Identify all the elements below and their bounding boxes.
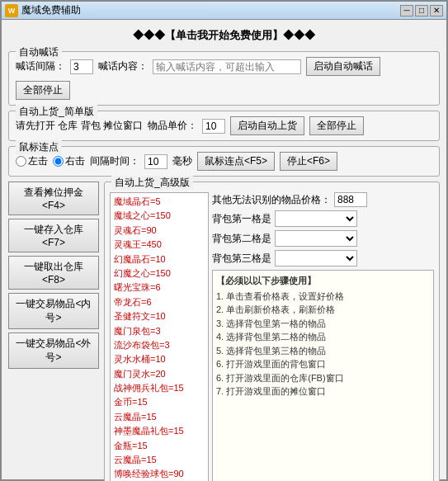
mouse-click-label: 鼠标连点 <box>16 140 62 154</box>
list-item: 灵水水桶=10 <box>112 352 206 366</box>
window-title: 魔域免费辅助 <box>21 3 400 17</box>
price-label: 物品单价： <box>148 119 197 133</box>
list-item: 幻魔晶石=10 <box>112 252 206 266</box>
instruction-8: 7. 打开游戏里面的摊位窗口 <box>216 384 430 398</box>
start-click-button[interactable]: 鼠标连点<F5> <box>197 152 275 171</box>
bag-slot1-row: 背包第一格是 <box>212 210 434 227</box>
list-item: 战神佣兵礼包=15 <box>112 381 206 395</box>
right-click-option[interactable]: 右击 <box>53 154 85 168</box>
instruction-3: 3. 选择背包里第一格的物品 <box>216 317 430 331</box>
left-click-label: 左击 <box>28 154 48 168</box>
list-item: 曙光宝珠=6 <box>112 281 206 295</box>
close-button[interactable]: ✕ <box>430 5 443 17</box>
instruction-1: 1. 单击查看价格表，设置好价格 <box>216 290 430 304</box>
instruction-5: 5. 选择背包里第三格的物品 <box>216 344 430 358</box>
content-area: ◆◆◆【单击我开始免费使用】◆◆◆ 自动喊话 喊话间隔： 喊话内容： 启动自动喊… <box>2 20 446 481</box>
stop-click-button[interactable]: 停止<F6> <box>280 152 337 171</box>
auto-shout-row: 喊话间隔： 喊话内容： 启动自动喊话 全部停止 <box>16 57 432 100</box>
bag-slot1-select[interactable] <box>275 210 357 227</box>
start-shelf-simple-button[interactable]: 启动自动上货 <box>230 116 304 135</box>
list-item: 神墨魔晶礼包=15 <box>112 424 206 438</box>
left-click-radio[interactable] <box>16 156 26 167</box>
maximize-button[interactable]: □ <box>415 5 428 17</box>
list-item: 金瓶=15 <box>112 439 206 453</box>
interval-label: 喊话间隔： <box>16 59 65 73</box>
list-item: 圣健符文=10 <box>112 309 206 323</box>
bag-slot3-row: 背包第三格是 <box>212 250 434 266</box>
right-click-label: 右击 <box>65 154 85 168</box>
list-item: 金币=15 <box>112 395 206 409</box>
auto-shelf-label: 自动上货_简单版 <box>16 105 97 119</box>
shelf-hint: 请先打开 仓库 背包 摊位窗口 <box>16 119 143 133</box>
view-deposit-button[interactable]: 查看摊位押金<F4> <box>8 182 99 215</box>
list-item: 幻魔之心=150 <box>112 266 206 281</box>
start-shout-button[interactable]: 启动自动喊话 <box>306 57 380 76</box>
mouse-click-group: 鼠标连点 左击 右击 间隔时间： 毫秒 鼠标连点<F5> 停止<F6> <box>8 146 440 177</box>
instruction-6: 6. 打开游戏里面的背包窗口 <box>216 357 430 371</box>
left-panel: 查看摊位押金<F4> 一键存入仓库<F7> 一键取出仓库<F8> 一键交易物品<… <box>8 182 99 481</box>
main-window: W 魔域免费辅助 ─ □ ✕ ◆◆◆【单击我开始免费使用】◆◆◆ 自动喊话 喊话… <box>0 0 448 481</box>
instruction-4: 4. 选择背包里第二格的物品 <box>216 330 430 344</box>
advanced-content: 魔域晶石=5 魔域之心=150 灵魂石=90 灵魂王=450 幻魔晶石=10 幻… <box>105 182 439 481</box>
content-label: 喊话内容： <box>98 59 148 73</box>
right-config: 其他无法识别的物品价格： 背包第一格是 背包第二格是 <box>212 192 434 481</box>
shout-content-input[interactable] <box>153 59 301 74</box>
price-input[interactable] <box>202 119 225 134</box>
list-item: 灵魂王=450 <box>112 238 206 252</box>
interval-input[interactable] <box>70 59 93 74</box>
auto-shelf-group: 自动上货_简单版 请先打开 仓库 背包 摊位窗口 物品单价： 启动自动上货 全部… <box>8 111 440 141</box>
bag-slot2-label: 背包第二格是 <box>212 232 271 246</box>
stop-shout-button[interactable]: 全部停止 <box>16 81 70 100</box>
list-item: 流沙布袋包=3 <box>112 338 206 352</box>
click-interval-label: 间隔时间： <box>90 154 139 168</box>
minimize-button[interactable]: ─ <box>400 5 413 17</box>
click-interval-input[interactable] <box>144 154 167 169</box>
list-item: 魔门灵水=20 <box>112 367 206 381</box>
mouse-click-row: 左击 右击 间隔时间： 毫秒 鼠标连点<F5> 停止<F6> <box>16 152 432 171</box>
list-item: 魔域之心=150 <box>112 209 206 223</box>
main-area: 查看摊位押金<F4> 一键存入仓库<F7> 一键取出仓库<F8> 一键交易物品<… <box>8 182 440 481</box>
bag-slot1-label: 背包第一格是 <box>212 212 271 226</box>
trade-outer-button[interactable]: 一键交易物品<外号> <box>8 332 99 369</box>
instructions-box: 【必须以以下步骤使用】 1. 单击查看价格表，设置好价格 2. 单击刷新价格表，… <box>212 270 434 481</box>
auto-shout-group: 自动喊话 喊话间隔： 喊话内容： 启动自动喊话 全部停止 <box>8 51 440 106</box>
title-bar: W 魔域免费辅助 ─ □ ✕ <box>2 2 446 20</box>
instruction-7: 6. 打开游戏里面的仓库(FB)窗口 <box>216 371 430 385</box>
item-list[interactable]: 魔域晶石=5 魔域之心=150 灵魂石=90 灵魂王=450 幻魔晶石=10 幻… <box>110 192 209 481</box>
instructions-title: 【必须以以下步骤使用】 <box>216 274 430 288</box>
list-item: 云魔晶=15 <box>112 453 206 467</box>
advanced-label: 自动上货_高级版 <box>111 176 193 190</box>
take-warehouse-button[interactable]: 一键取出仓库<F8> <box>8 256 99 290</box>
click-unit: 毫秒 <box>172 154 192 168</box>
stop-shelf-simple-button[interactable]: 全部停止 <box>309 116 364 135</box>
window-controls: ─ □ ✕ <box>400 5 443 17</box>
advanced-group: 自动上货_高级版 魔域晶石=5 魔域之心=150 灵魂石=90 灵魂王=450 … <box>104 182 440 481</box>
other-price-label: 其他无法识别的物品价格： <box>212 193 331 207</box>
list-item: 博唤经验球包=90 <box>112 467 206 481</box>
list-item: 灵魂石=90 <box>112 224 206 238</box>
list-item: 魔域晶石=5 <box>112 195 206 209</box>
bag-slot2-select[interactable] <box>275 230 357 247</box>
bag-slot3-select[interactable] <box>275 250 357 266</box>
list-item: 帝龙石=6 <box>112 295 206 309</box>
trade-inner-button[interactable]: 一键交易物品<内号> <box>8 293 99 329</box>
store-warehouse-button[interactable]: 一键存入仓库<F7> <box>8 219 99 252</box>
list-item: 魔门泉包=3 <box>112 324 206 338</box>
left-click-option[interactable]: 左击 <box>16 154 48 168</box>
instruction-2: 2. 单击刷新价格表，刷新价格 <box>216 303 430 317</box>
banner: ◆◆◆【单击我开始免费使用】◆◆◆ <box>8 25 440 46</box>
auto-shout-label: 自动喊话 <box>16 45 62 59</box>
bag-slot2-row: 背包第二格是 <box>212 230 434 247</box>
other-price-input[interactable] <box>334 192 367 207</box>
auto-shelf-row: 请先打开 仓库 背包 摊位窗口 物品单价： 启动自动上货 全部停止 <box>16 116 432 135</box>
bag-slot3-label: 背包第三格是 <box>212 252 271 266</box>
app-icon: W <box>5 4 18 17</box>
list-item: 云魔晶=15 <box>112 410 206 424</box>
other-price-row: 其他无法识别的物品价格： <box>212 192 434 207</box>
right-click-radio[interactable] <box>53 156 64 167</box>
